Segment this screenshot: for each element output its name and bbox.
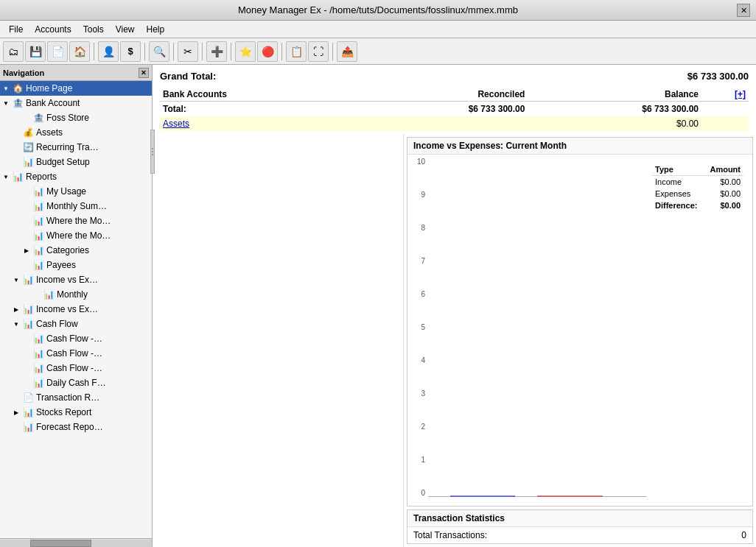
nav-label-payees: Payees xyxy=(46,260,76,270)
menu-tools[interactable]: Tools xyxy=(77,23,110,36)
nav-item-incomevsexp2[interactable]: ▶ 📊 Income vs Ex… xyxy=(0,302,152,317)
toolbar-user-btn[interactable]: 👤 xyxy=(98,41,119,62)
toolbar-open-btn[interactable]: 🗂 xyxy=(3,41,24,62)
where1-icon: 📊 xyxy=(32,215,44,227)
nav-item-categories[interactable]: ▶ 📊 Categories xyxy=(0,243,152,258)
nav-item-cashflow[interactable]: ▼ 📊 Cash Flow xyxy=(0,317,152,331)
payees-icon: 📊 xyxy=(32,259,44,271)
chart-section: Income vs Expenses: Current Month 10 9 8… xyxy=(407,137,753,507)
y0: 0 xyxy=(421,489,425,497)
nav-item-reports[interactable]: ▼ 📊 Reports xyxy=(0,169,152,184)
handle-dot2 xyxy=(152,151,153,152)
legend-income-amount: $0.00 xyxy=(704,176,743,188)
arrow-txreport xyxy=(12,393,21,402)
toolbar-search-btn[interactable]: 🔍 xyxy=(149,41,169,62)
chart-body: 10 9 8 7 6 5 4 3 2 1 0 xyxy=(407,155,752,506)
toolbar-fullscreen-btn[interactable]: ⛶ xyxy=(308,41,329,62)
nav-scrollbar[interactable] xyxy=(0,540,152,547)
nav-header: Navigation ✕ xyxy=(0,65,152,81)
toolbar-cut-btn[interactable]: ✂ xyxy=(178,41,198,62)
monthlysum-icon: 📊 xyxy=(32,200,44,212)
tx-stats-body: Total Transactions: 0 xyxy=(407,527,752,543)
nav-item-stocks[interactable]: ▶ 📊 Stocks Report xyxy=(0,405,152,420)
expense-line xyxy=(537,495,603,497)
menu-accounts[interactable]: Accounts xyxy=(29,23,77,36)
close-button[interactable]: ✕ xyxy=(737,4,750,17)
nav-tree[interactable]: ▼ 🏠 Home Page ▼ 🏦 Bank Account 🏦 Foss St… xyxy=(0,81,152,538)
nav-item-forecast[interactable]: 📊 Forecast Repo… xyxy=(0,420,152,434)
toolbar-star-btn[interactable]: ⭐ xyxy=(235,41,256,62)
nav-scrollbar-thumb[interactable] xyxy=(30,540,91,547)
toolbar-add-btn[interactable]: ➕ xyxy=(206,41,227,62)
nav-item-monthlysum[interactable]: 📊 Monthly Sum… xyxy=(0,199,152,213)
sep7 xyxy=(332,43,333,60)
nav-item-foss[interactable]: 🏦 Foss Store xyxy=(0,110,152,125)
toolbar-error-btn[interactable]: 🔴 xyxy=(257,41,278,62)
menu-help[interactable]: Help xyxy=(141,23,171,36)
nav-item-txreport[interactable]: 📄 Transaction R… xyxy=(0,390,152,405)
arrow-where1 xyxy=(22,216,31,225)
legend-diff-label: Difference: xyxy=(652,200,704,211)
arrow-monthly xyxy=(32,290,41,299)
nav-item-dailycash[interactable]: 📊 Daily Cash F… xyxy=(0,375,152,390)
nav-label-monthlysum: Monthly Sum… xyxy=(46,201,107,211)
nav-label-txreport: Transaction R… xyxy=(36,392,99,403)
recurring-icon: 🔄 xyxy=(22,141,34,153)
y10: 10 xyxy=(417,158,425,166)
nav-resize-handle[interactable] xyxy=(150,130,155,174)
nav-item-incomevsexp1[interactable]: ▼ 📊 Income vs Ex… xyxy=(0,272,152,287)
nav-item-recurring[interactable]: 🔄 Recurring Tra… xyxy=(0,140,152,155)
nav-close-button[interactable]: ✕ xyxy=(139,68,149,78)
txreport-icon: 📄 xyxy=(22,392,34,403)
toolbar-dollar-btn[interactable]: $ xyxy=(120,41,141,62)
nav-item-monthly[interactable]: 📊 Monthly xyxy=(0,287,152,302)
nav-label-home: Home Page xyxy=(26,83,72,93)
col-balance: Balance xyxy=(528,88,701,102)
bank-icon: 🏦 xyxy=(12,97,24,109)
menu-file[interactable]: File xyxy=(3,23,29,36)
assets-row: Assets $0.00 xyxy=(160,116,749,131)
chart-plot-area xyxy=(428,158,646,503)
left-column xyxy=(153,134,403,547)
nav-item-home[interactable]: ▼ 🏠 Home Page xyxy=(0,81,152,96)
legend-expenses-type: Expenses xyxy=(652,188,704,200)
nav-item-assets[interactable]: 💰 Assets xyxy=(0,125,152,140)
col-plus[interactable]: [+] xyxy=(701,88,749,102)
home-icon: 🏠 xyxy=(12,82,24,94)
arrow-where2 xyxy=(22,231,31,240)
reports-icon: 📊 xyxy=(12,171,24,183)
legend-table: Type Amount Income $0.00 xyxy=(652,163,743,211)
y7: 7 xyxy=(421,257,425,265)
assets-label[interactable]: Assets xyxy=(160,116,354,131)
nav-item-cashflow1[interactable]: 📊 Cash Flow -… xyxy=(0,331,152,346)
toolbar-new-btn[interactable]: 📄 xyxy=(47,41,68,62)
toolbar-export-btn[interactable]: 📤 xyxy=(337,41,357,62)
nav-scrollbar-area[interactable] xyxy=(0,538,152,547)
arrow-cf2 xyxy=(22,349,31,358)
toolbar-home-btn[interactable]: 🏠 xyxy=(69,41,90,62)
income-line xyxy=(450,495,516,497)
toolbar-report-btn[interactable]: 📋 xyxy=(286,41,307,62)
foss-icon: 🏦 xyxy=(32,112,44,124)
nav-item-cashflow3[interactable]: 📊 Cash Flow -… xyxy=(0,361,152,375)
nav-title: Navigation xyxy=(3,68,44,77)
nav-item-budget[interactable]: 📊 Budget Setup xyxy=(0,155,152,169)
nav-item-cashflow2[interactable]: 📊 Cash Flow -… xyxy=(0,346,152,361)
nav-item-wherethemo1[interactable]: 📊 Where the Mo… xyxy=(0,213,152,228)
window-title: Money Manager Ex - /home/tuts/Documents/… xyxy=(238,4,518,15)
y8: 8 xyxy=(421,224,425,232)
nav-label-cf2: Cash Flow -… xyxy=(46,348,102,359)
arrow-reports: ▼ xyxy=(1,172,10,181)
nav-item-payees[interactable]: 📊 Payees xyxy=(0,258,152,272)
monthly-icon: 📊 xyxy=(43,289,55,300)
nav-item-bank[interactable]: ▼ 🏦 Bank Account xyxy=(0,96,152,110)
y9: 9 xyxy=(421,191,425,199)
tx-stats-section: Transaction Statistics Total Transaction… xyxy=(407,509,753,544)
right-column: Income vs Expenses: Current Month 10 9 8… xyxy=(403,134,756,547)
nav-label-recurring: Recurring Tra… xyxy=(36,142,99,152)
nav-item-myusage[interactable]: 📊 My Usage xyxy=(0,184,152,199)
nav-item-wherethemo2[interactable]: 📊 Where the Mo… xyxy=(0,228,152,243)
toolbar-save-btn[interactable]: 💾 xyxy=(25,41,46,62)
sep4 xyxy=(202,43,203,60)
menu-view[interactable]: View xyxy=(110,23,141,36)
